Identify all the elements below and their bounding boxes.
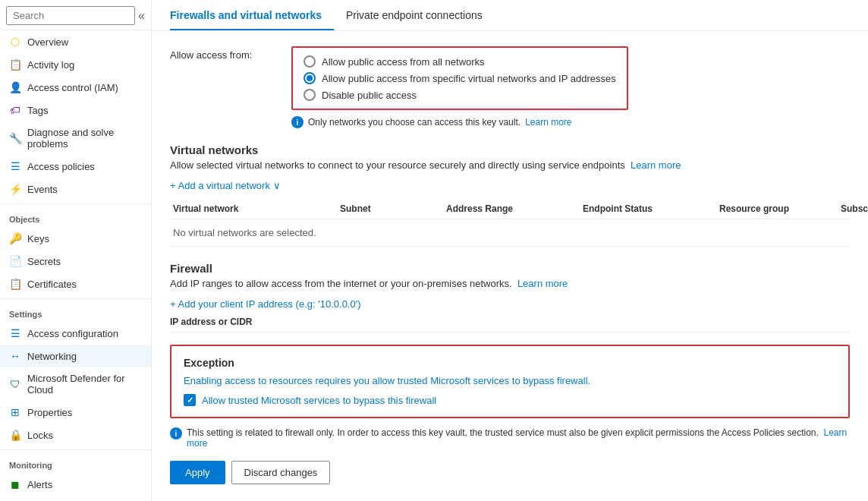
chevron-down-icon: ∨	[273, 180, 281, 191]
exception-checkbox-label: Allow trusted Microsoft services to bypa…	[202, 395, 436, 406]
th-subnet: Subnet	[337, 203, 443, 214]
tags-icon: 🏷	[9, 104, 21, 116]
sidebar-item-defender[interactable]: 🛡 Microsoft Defender for Cloud	[0, 367, 151, 401]
main-content: Firewalls and virtual networks Private e…	[152, 0, 868, 501]
exception-title: Exception	[184, 357, 836, 369]
radio-circle-specific	[303, 72, 316, 84]
radio-disable[interactable]: Disable public access	[303, 89, 616, 101]
sidebar-item-secrets[interactable]: 📄 Secrets	[0, 250, 151, 273]
add-virtual-network-link[interactable]: + Add a virtual network ∨	[170, 180, 850, 191]
radio-all-networks[interactable]: Allow public access from all networks	[303, 55, 616, 68]
learn-more-fw-link[interactable]: Learn more	[517, 278, 568, 289]
exception-desc-text: access to resources requires you allow t…	[222, 375, 591, 386]
events-icon: ⚡	[9, 183, 21, 195]
sidebar-item-label: Certificates	[27, 279, 77, 290]
footer-info-icon: i	[170, 427, 182, 440]
tab-firewalls[interactable]: Firewalls and virtual networks	[170, 0, 334, 30]
sidebar-item-alerts[interactable]: ◼ Alerts	[0, 473, 151, 496]
locks-icon: 🔒	[9, 429, 21, 441]
sidebar-item-label: Secrets	[27, 256, 61, 267]
sidebar-item-access-configuration[interactable]: ☰ Access configuration	[0, 322, 151, 345]
th-resource-group: Resource group	[716, 203, 838, 214]
sidebar-item-properties[interactable]: ⊞ Properties	[0, 401, 151, 424]
sidebar-item-keys[interactable]: 🔑 Keys	[0, 227, 151, 250]
exception-box: Exception Enabling access to resources r…	[170, 345, 850, 418]
sidebar-item-access-policies[interactable]: ☰ Access policies	[0, 155, 151, 178]
apply-button[interactable]: Apply	[170, 461, 225, 484]
sidebar-item-label: Alerts	[27, 479, 52, 490]
sidebar-item-label: Overview	[27, 36, 68, 48]
sidebar-nav: ⬡ Overview 📋 Activity log 👤 Access contr…	[0, 30, 151, 501]
sidebar-item-label: Locks	[27, 430, 53, 441]
access-options-box: Allow public access from all networks Al…	[291, 46, 628, 110]
info-note: i Only networks you choose can access th…	[291, 116, 850, 128]
radio-label-disable: Disable public access	[322, 90, 417, 101]
sidebar-item-activity-log[interactable]: 📋 Activity log	[0, 53, 151, 76]
collapse-icon[interactable]: «	[138, 9, 145, 23]
ip-table-header: IP address or CIDR	[170, 316, 850, 332]
access-from-row: Allow access from: Allow public access f…	[170, 46, 850, 110]
defender-icon: 🛡	[9, 378, 21, 390]
learn-more-vn-link[interactable]: Learn more	[631, 159, 681, 171]
search-input[interactable]	[6, 6, 135, 25]
sidebar-item-access-control[interactable]: 👤 Access control (IAM)	[0, 76, 151, 99]
sidebar-item-label: Access control (IAM)	[27, 82, 118, 93]
sidebar-item-label: Microsoft Defender for Cloud	[27, 373, 142, 395]
table-empty-message: No virtual networks are selected.	[170, 219, 850, 247]
sidebar-item-label: Activity log	[27, 59, 74, 71]
sidebar-item-label: Diagnose and solve problems	[27, 127, 142, 150]
footer-note-text: This setting is related to firewall only…	[187, 427, 850, 449]
sidebar-item-label: Access policies	[27, 161, 95, 172]
networking-icon: ↔	[9, 350, 21, 362]
sidebar-item-networking[interactable]: ↔ Networking	[0, 345, 151, 367]
sidebar-search-container: «	[0, 0, 151, 30]
secrets-icon: 📄	[9, 255, 21, 267]
sidebar-item-metrics[interactable]: 📊 Metrics	[0, 496, 151, 501]
learn-more-link-1[interactable]: Learn more	[525, 117, 571, 128]
sidebar: « ⬡ Overview 📋 Activity log 👤 Access con…	[0, 0, 152, 501]
sidebar-item-label: Access configuration	[27, 328, 118, 339]
vn-table-header: Virtual network Subnet Address Range End…	[170, 199, 850, 219]
discard-button[interactable]: Discard changes	[231, 461, 331, 484]
diagnose-icon: 🔧	[9, 132, 21, 144]
tab-private-endpoints[interactable]: Private endpoint connections	[346, 0, 495, 30]
add-ip-link[interactable]: + Add your client IP address (e.g: '10.0…	[170, 298, 850, 310]
sidebar-item-label: Keys	[27, 233, 49, 244]
section-monitoring: Monitoring	[0, 453, 151, 473]
radio-label-specific: Allow public access from specific virtua…	[322, 73, 616, 84]
access-policies-icon: ☰	[9, 160, 21, 172]
exception-checkbox[interactable]: Allow trusted Microsoft services to bypa…	[184, 394, 836, 406]
sidebar-item-events[interactable]: ⚡ Events	[0, 178, 151, 200]
keys-icon: 🔑	[9, 232, 21, 244]
sidebar-item-certificates[interactable]: 📋 Certificates	[0, 273, 151, 295]
ip-column-label: IP address or CIDR	[170, 317, 252, 327]
firewall-desc: Add IP ranges to allow access from the i…	[170, 278, 850, 289]
radio-label-all: Allow public access from all networks	[322, 56, 485, 68]
certificates-icon: 📋	[9, 278, 21, 290]
access-config-icon: ☰	[9, 327, 21, 339]
action-buttons: Apply Discard changes	[170, 461, 850, 484]
sidebar-item-label: Networking	[27, 351, 77, 362]
sidebar-item-overview[interactable]: ⬡ Overview	[0, 30, 151, 53]
sidebar-item-diagnose[interactable]: 🔧 Diagnose and solve problems	[0, 121, 151, 155]
sidebar-item-tags[interactable]: 🏷 Tags	[0, 99, 151, 121]
alerts-icon: ◼	[9, 478, 21, 490]
content-area: Allow access from: Allow public access f…	[152, 31, 868, 501]
radio-specific-networks[interactable]: Allow public access from specific virtua…	[303, 72, 616, 84]
info-icon: i	[291, 116, 303, 128]
section-objects: Objects	[0, 207, 151, 227]
add-ip-label: + Add your client IP address (e.g: '10.0…	[170, 298, 361, 310]
th-address-range: Address Range	[443, 203, 580, 214]
tab-bar: Firewalls and virtual networks Private e…	[152, 0, 868, 31]
info-note-text: Only networks you choose can access this…	[308, 117, 520, 128]
th-endpoint-status: Endpoint Status	[580, 203, 716, 214]
sidebar-item-label: Events	[27, 184, 58, 195]
checkbox-icon	[184, 394, 196, 406]
footer-note: i This setting is related to firewall on…	[170, 427, 850, 449]
access-from-label: Allow access from:	[170, 46, 291, 61]
sidebar-item-locks[interactable]: 🔒 Locks	[0, 424, 151, 446]
add-vn-label: + Add a virtual network	[170, 180, 270, 191]
access-control-icon: 👤	[9, 81, 21, 93]
firewall-title: Firewall	[170, 262, 850, 275]
activity-log-icon: 📋	[9, 58, 21, 71]
